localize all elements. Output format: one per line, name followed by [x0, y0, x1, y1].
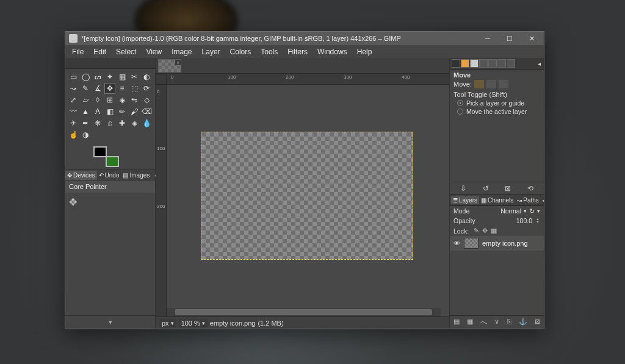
ink-tool[interactable]: ✒: [80, 118, 91, 129]
bucket-fill-tool[interactable]: ▲: [80, 106, 91, 117]
tab-channels[interactable]: ▦Channels: [479, 196, 515, 204]
horizontal-scrollbar[interactable]: [167, 308, 441, 316]
reset-preset-icon[interactable]: ⟲: [527, 184, 533, 193]
mypaint-tool[interactable]: ❋: [92, 118, 103, 129]
scissors-tool[interactable]: ✂: [129, 71, 140, 82]
lower-layer-icon[interactable]: ∨: [494, 318, 499, 327]
layers-tab-menu-icon[interactable]: ◂: [541, 197, 544, 204]
image-tab[interactable]: ×: [158, 59, 181, 73]
eraser-tool[interactable]: ⌫: [141, 106, 152, 117]
layer-row[interactable]: 👁 empty icon.png: [450, 236, 544, 251]
maximize-button[interactable]: ☐: [499, 32, 521, 45]
canvas-image[interactable]: [201, 132, 413, 260]
dock-tab-3[interactable]: [470, 59, 479, 68]
anchor-layer-icon[interactable]: ⚓: [519, 318, 527, 327]
dock-tab-4[interactable]: [479, 59, 488, 68]
unified-transform-tool[interactable]: ⊞: [104, 95, 115, 105]
mode-swap-icon[interactable]: ↻: [529, 207, 535, 215]
color-picker-tool[interactable]: ✎: [80, 83, 91, 94]
menu-select[interactable]: Select: [112, 46, 140, 57]
lock-position-icon[interactable]: ✥: [482, 227, 488, 235]
paintbrush-tool[interactable]: 🖌: [129, 106, 140, 117]
minimize-button[interactable]: ─: [477, 32, 499, 45]
menu-windows[interactable]: Windows: [313, 46, 352, 57]
dock-tab-5[interactable]: [488, 59, 497, 68]
dock-tab-tool-options[interactable]: [461, 59, 469, 68]
tab-paths[interactable]: ↝Paths: [515, 196, 541, 204]
tab-images[interactable]: ▤ Images: [121, 171, 151, 180]
by-color-select-tool[interactable]: ▦: [117, 71, 128, 82]
tab-undo[interactable]: ↶ Undo: [97, 171, 121, 180]
perspective-tool[interactable]: ◊: [92, 95, 103, 105]
duplicate-layer-icon[interactable]: ⎘: [507, 318, 511, 327]
blur-sharpen-tool[interactable]: 💧: [141, 118, 152, 129]
cage-tool[interactable]: ◇: [141, 95, 152, 105]
delete-preset-icon[interactable]: ⊠: [505, 184, 511, 193]
delete-layer-icon[interactable]: ⊠: [535, 318, 540, 327]
crop-tool[interactable]: ⬚: [129, 83, 140, 94]
align-tool[interactable]: ≡: [117, 83, 128, 94]
opacity-spinner[interactable]: ▲▼: [536, 218, 540, 224]
airbrush-tool[interactable]: ✈: [68, 118, 79, 129]
menu-colors[interactable]: Colors: [226, 46, 256, 57]
dock-tab-6[interactable]: [497, 59, 506, 68]
menu-edit[interactable]: Edit: [89, 46, 110, 57]
move-mode-layer-icon[interactable]: [474, 80, 484, 88]
handle-transform-tool[interactable]: ◈: [117, 95, 128, 105]
menu-help[interactable]: Help: [353, 46, 377, 57]
radio-pick-layer[interactable]: Pick a layer or guide: [457, 99, 540, 107]
flip-tool[interactable]: ⇋: [129, 95, 140, 105]
vertical-ruler[interactable]: 0 100 200: [156, 85, 167, 316]
clone-tool[interactable]: ⎌: [104, 118, 115, 129]
new-group-icon[interactable]: ▦: [467, 318, 473, 327]
restore-preset-icon[interactable]: ↺: [483, 184, 489, 193]
lock-pixels-icon[interactable]: ✎: [474, 227, 479, 235]
menu-tools[interactable]: Tools: [256, 46, 282, 57]
horizontal-ruler[interactable]: 0 100 200 300 400: [167, 74, 449, 85]
unit-selector[interactable]: px▾: [159, 319, 176, 327]
save-device-status-button[interactable]: ▾: [65, 315, 155, 329]
menu-view[interactable]: View: [142, 46, 166, 57]
new-layer-icon[interactable]: ▤: [453, 318, 460, 327]
rotate-tool[interactable]: ⟳: [141, 83, 152, 94]
menu-layer[interactable]: Layer: [198, 46, 225, 57]
measure-tool[interactable]: ∡: [92, 83, 103, 94]
fuzzy-select-tool[interactable]: ✦: [104, 71, 115, 82]
ellipse-select-tool[interactable]: ◯: [80, 71, 91, 82]
lock-alpha-icon[interactable]: ▦: [491, 227, 497, 235]
tab-devices[interactable]: ✥Devices: [65, 171, 97, 180]
scale-tool[interactable]: ⤢: [68, 95, 79, 105]
paths-tool[interactable]: ↝: [68, 83, 79, 94]
close-tab-icon[interactable]: ×: [175, 60, 181, 65]
pencil-tool[interactable]: ✏: [117, 106, 128, 117]
warp-tool[interactable]: 〰: [68, 106, 79, 117]
foreground-select-tool[interactable]: ◐: [141, 71, 152, 82]
menu-file[interactable]: File: [68, 46, 88, 57]
move-mode-selection-icon[interactable]: [486, 80, 496, 88]
menu-image[interactable]: Image: [167, 46, 196, 57]
foreground-color[interactable]: [93, 146, 107, 157]
mode-selector[interactable]: Normal▾ ↻▾: [500, 207, 540, 215]
zoom-selector[interactable]: 100 %▾: [179, 319, 208, 327]
smudge-tool[interactable]: ☝: [68, 129, 79, 140]
menu-filters[interactable]: Filters: [283, 46, 312, 57]
dock-tab-7[interactable]: [507, 59, 515, 68]
free-select-tool[interactable]: ᔕ: [92, 71, 103, 82]
shear-tool[interactable]: ▱: [80, 95, 91, 105]
gradient-tool[interactable]: ◧: [104, 106, 115, 117]
text-tool[interactable]: A: [92, 106, 103, 117]
opacity-value[interactable]: 100.0: [516, 217, 532, 224]
close-button[interactable]: ✕: [521, 32, 543, 45]
visibility-eye-icon[interactable]: 👁: [453, 240, 460, 247]
move-tool[interactable]: ✥: [104, 83, 115, 94]
rect-select-tool[interactable]: ▭: [68, 71, 79, 82]
raise-layer-icon[interactable]: へ: [480, 318, 487, 327]
dock-menu-icon[interactable]: ◂: [536, 60, 542, 67]
tab-layers[interactable]: ≣Layers: [451, 196, 479, 204]
radio-move-active[interactable]: Move the active layer: [457, 108, 540, 115]
background-color[interactable]: [106, 156, 119, 167]
dock-tab-1[interactable]: [452, 59, 460, 68]
heal-tool[interactable]: ✚: [117, 118, 128, 129]
perspective-clone-tool[interactable]: ◈: [129, 118, 140, 129]
layer-name[interactable]: empty icon.png: [482, 240, 528, 247]
